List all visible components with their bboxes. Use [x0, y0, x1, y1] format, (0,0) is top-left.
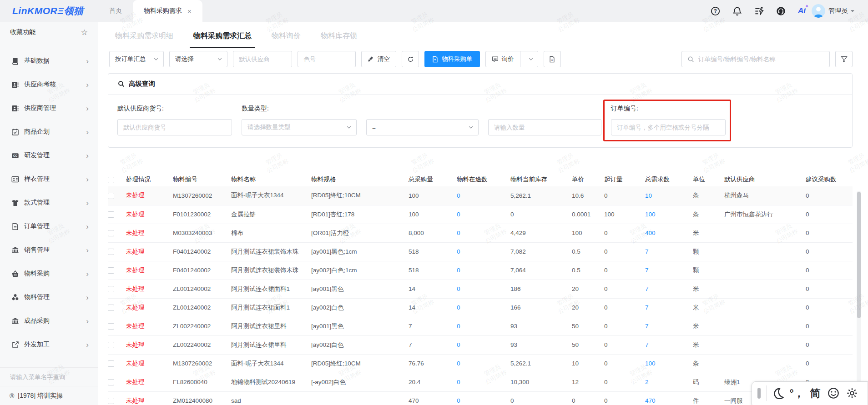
sidebar-item-finished-purchase[interactable]: 成品采购› — [0, 309, 98, 333]
cell-in-transit-qty[interactable]: 0 — [457, 242, 510, 261]
simplified-chinese-icon[interactable]: 简 — [806, 386, 824, 400]
user-menu[interactable]: 管理员 — [812, 4, 854, 18]
cell-total-demand-qty[interactable]: 10 — [645, 186, 693, 205]
select-all-checkbox[interactable] — [108, 177, 114, 183]
row-checkbox[interactable] — [108, 323, 114, 330]
cell-in-transit-qty[interactable]: 0 — [457, 186, 510, 205]
cell-total-demand-qty[interactable]: 2 — [645, 373, 693, 391]
column-header-default-supplier: 默认供应商 — [724, 173, 806, 186]
punctuation-icon[interactable]: °， — [787, 386, 806, 400]
qty-type-select[interactable]: 请选择数量类型 — [242, 119, 357, 135]
window-tab-material-purchase-demand[interactable]: 物料采购需求× — [133, 0, 202, 22]
cell-total-demand-qty[interactable]: 7 — [645, 280, 693, 298]
cell-status: 未处理 — [126, 317, 173, 335]
row-checkbox[interactable] — [108, 193, 114, 199]
supplier-sku-input[interactable] — [118, 124, 232, 131]
tab-demand-detail[interactable]: 物料采购需求明细 — [115, 22, 173, 50]
cell-material-name: sad — [231, 391, 311, 405]
workspace-switcher[interactable]: ® [1978] 培训实操 — [0, 386, 98, 405]
cell-total-demand-qty[interactable]: 7 — [645, 261, 693, 280]
row-checkbox[interactable] — [108, 267, 114, 274]
column-filter-button[interactable] — [835, 51, 853, 67]
moon-icon[interactable] — [769, 387, 787, 399]
sidebar-item-outsourcing[interactable]: 外发加工› — [0, 333, 98, 356]
cell-in-transit-qty[interactable]: 0 — [457, 224, 510, 242]
row-checkbox[interactable] — [108, 230, 114, 236]
default-supplier-input[interactable] — [233, 51, 292, 67]
color-code-input[interactable] — [298, 51, 355, 67]
order-no-input[interactable] — [611, 124, 725, 131]
cell-total-demand-qty[interactable]: 100 — [645, 354, 693, 373]
sidebar-item-style-mgmt[interactable]: 款式管理› — [0, 191, 98, 215]
gear-icon[interactable] — [843, 387, 861, 399]
row-checkbox[interactable] — [108, 398, 114, 404]
qty-value-input[interactable] — [489, 124, 601, 131]
sidebar-item-supplier-review[interactable]: 供应商考核› — [0, 73, 98, 96]
todo-lightning-icon[interactable] — [754, 6, 764, 16]
brand-logo[interactable]: LinKMORΞ领猫 — [0, 0, 98, 22]
bell-icon[interactable] — [732, 6, 742, 16]
sidebar-item-sample-mgmt[interactable]: 样衣管理› — [0, 167, 98, 191]
headset-icon[interactable] — [776, 6, 786, 16]
vertical-scrollbar[interactable] — [857, 191, 861, 405]
ai-assistant-icon[interactable]: Ai✦ — [798, 6, 806, 15]
sidebar-item-material-purchase[interactable]: 物料采购› — [0, 262, 98, 285]
menu-search-input[interactable] — [0, 368, 98, 386]
cell-unit-price: 50 — [572, 317, 604, 335]
cell-in-transit-qty[interactable]: 0 — [457, 261, 510, 280]
refresh-button[interactable] — [402, 51, 419, 67]
sidebar-item-product-planning[interactable]: 商品企划› — [0, 120, 98, 144]
close-icon[interactable]: × — [187, 7, 192, 15]
cell-total-demand-qty[interactable]: 7 — [645, 335, 693, 354]
cell-in-transit-qty[interactable]: 0 — [457, 391, 510, 405]
table-row: 未处理ZL001240002阿月测试连衣裙面料1[ay001]黑色1401862… — [108, 280, 853, 298]
cell-total-demand-qty[interactable]: 400 — [645, 224, 693, 242]
cell-total-demand-qty[interactable]: 7 — [645, 317, 693, 335]
sidebar-item-material-mgmt[interactable]: 物料管理› — [0, 285, 98, 309]
cell-total-demand-qty[interactable]: 100 — [645, 205, 693, 224]
sidebar-item-order-mgmt[interactable]: 订单管理› — [0, 215, 98, 238]
sidebar-item-sales-mgmt[interactable]: 销售管理› — [0, 238, 98, 262]
global-search-input[interactable] — [698, 56, 824, 63]
row-checkbox[interactable] — [108, 342, 114, 348]
cell-total-demand-qty[interactable]: 7 — [645, 298, 693, 317]
clear-button[interactable]: 清空 — [361, 51, 396, 67]
summary-mode-select[interactable]: 按订单汇总 — [109, 51, 164, 67]
scrollbar-thumb[interactable] — [857, 192, 861, 318]
row-checkbox[interactable] — [108, 211, 114, 218]
inquiry-button[interactable]: 询价 — [485, 51, 520, 67]
cell-in-transit-qty[interactable]: 0 — [457, 205, 510, 224]
advanced-query-header[interactable]: 高级查询 — [108, 74, 852, 95]
sidebar-item-supplier-mgmt[interactable]: 供应商管理› — [0, 96, 98, 120]
row-checkbox[interactable] — [108, 286, 114, 292]
status-select[interactable]: 请选择 — [169, 51, 227, 67]
export-excel-button[interactable]: x — [544, 51, 561, 67]
help-icon[interactable]: ? — [711, 6, 720, 16]
sidebar-item-base-data[interactable]: 基础数据› — [0, 49, 98, 73]
row-checkbox[interactable] — [108, 379, 114, 385]
cell-in-transit-qty[interactable]: 0 — [457, 317, 510, 335]
cell-in-transit-qty[interactable]: 0 — [457, 354, 510, 373]
cell-in-transit-qty[interactable]: 0 — [457, 280, 510, 298]
star-icon[interactable]: ☆ — [81, 28, 88, 37]
inquiry-dropdown-button[interactable] — [520, 51, 538, 67]
ime-handle-icon[interactable] — [757, 388, 761, 399]
ime-toolbar[interactable]: °，简 — [752, 381, 868, 405]
tab-inquiry[interactable]: 物料询价 — [272, 22, 301, 50]
row-checkbox[interactable] — [108, 249, 114, 255]
cell-in-transit-qty[interactable]: 0 — [457, 373, 510, 391]
cell-in-transit-qty[interactable]: 0 — [457, 298, 510, 317]
qty-operator-select[interactable]: = — [366, 119, 479, 135]
row-checkbox[interactable] — [108, 305, 114, 311]
cell-total-demand-qty[interactable]: 7 — [645, 242, 693, 261]
cell-total-demand-qty[interactable]: 470 — [645, 391, 693, 405]
row-checkbox[interactable] — [108, 360, 114, 367]
sidebar-item-rd-mgmt[interactable]: CC研发管理› — [0, 144, 98, 167]
smiley-icon[interactable] — [824, 387, 843, 399]
material-po-button[interactable]: 物料采购单 — [424, 51, 480, 67]
sidebar-favorites[interactable]: 收藏功能 ☆ — [0, 22, 98, 43]
cell-in-transit-qty[interactable]: 0 — [457, 335, 510, 354]
window-tab-home[interactable]: 首页 — [98, 0, 133, 22]
tab-stock-lock[interactable]: 物料库存锁 — [321, 22, 357, 50]
tab-demand-summary[interactable]: 物料采购需求汇总 — [193, 22, 252, 50]
